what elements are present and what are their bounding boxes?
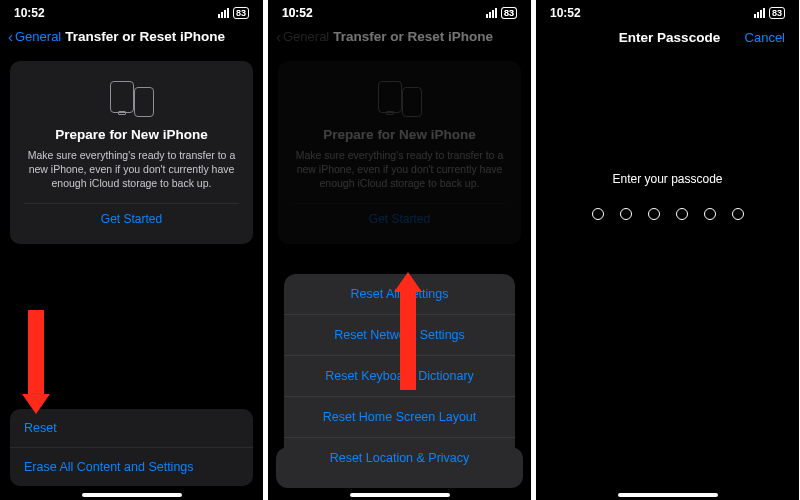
signal-icon	[486, 8, 497, 18]
status-bar: 10:52 83	[536, 0, 799, 22]
devices-icon	[110, 79, 154, 117]
screenshot-2: 10:52 83 ‹ General Transfer or Reset iPh…	[268, 0, 531, 500]
card-heading: Prepare for New iPhone	[24, 127, 239, 142]
back-label: General	[15, 29, 61, 44]
passcode-dots	[536, 208, 799, 220]
prepare-card: Prepare for New iPhone Make sure everyth…	[10, 61, 253, 244]
screenshot-3: 10:52 83 Enter Passcode Cancel Enter you…	[536, 0, 799, 500]
reset-home-screen-layout-button[interactable]: Reset Home Screen Layout	[284, 397, 515, 438]
home-indicator[interactable]	[350, 493, 450, 497]
screenshot-1: 10:52 83 ‹ General Transfer or Reset iPh…	[0, 0, 263, 500]
status-time: 10:52	[550, 6, 581, 20]
passcode-dot	[592, 208, 604, 220]
nav-bar: ‹ General Transfer or Reset iPhone	[0, 22, 263, 51]
reset-row[interactable]: Reset	[10, 409, 253, 448]
battery-icon: 83	[769, 7, 785, 19]
reset-all-settings-button[interactable]: Reset All Settings	[284, 274, 515, 315]
passcode-dot	[676, 208, 688, 220]
battery-icon: 83	[233, 7, 249, 19]
status-time: 10:52	[14, 6, 45, 20]
erase-row[interactable]: Erase All Content and Settings	[10, 448, 253, 486]
nav-bar: Enter Passcode Cancel	[536, 22, 799, 52]
passcode-area: Enter your passcode	[536, 172, 799, 220]
page-title: Enter Passcode	[540, 30, 799, 45]
home-indicator[interactable]	[618, 493, 718, 497]
page-title: Transfer or Reset iPhone	[65, 29, 225, 44]
card-body: Make sure everything's ready to transfer…	[24, 148, 239, 191]
get-started-button[interactable]: Get Started	[24, 203, 239, 234]
status-bar: 10:52 83	[268, 0, 531, 22]
status-time: 10:52	[282, 6, 313, 20]
chevron-left-icon: ‹	[8, 28, 13, 45]
passcode-prompt: Enter your passcode	[536, 172, 799, 186]
battery-icon: 83	[501, 7, 517, 19]
passcode-dot	[732, 208, 744, 220]
reset-location-privacy-button[interactable]: Reset Location & Privacy	[284, 438, 515, 478]
passcode-dot	[620, 208, 632, 220]
home-indicator[interactable]	[82, 493, 182, 497]
reset-network-settings-button[interactable]: Reset Network Settings	[284, 315, 515, 356]
bottom-actions: Reset Erase All Content and Settings	[10, 409, 253, 486]
back-button[interactable]: ‹ General	[8, 28, 61, 45]
reset-keyboard-dictionary-button[interactable]: Reset Keyboard Dictionary	[284, 356, 515, 397]
signal-icon	[218, 8, 229, 18]
status-bar: 10:52 83	[0, 0, 263, 22]
passcode-dot	[704, 208, 716, 220]
signal-icon	[754, 8, 765, 18]
action-sheet: Reset All Settings Reset Network Setting…	[276, 439, 523, 488]
passcode-dot	[648, 208, 660, 220]
